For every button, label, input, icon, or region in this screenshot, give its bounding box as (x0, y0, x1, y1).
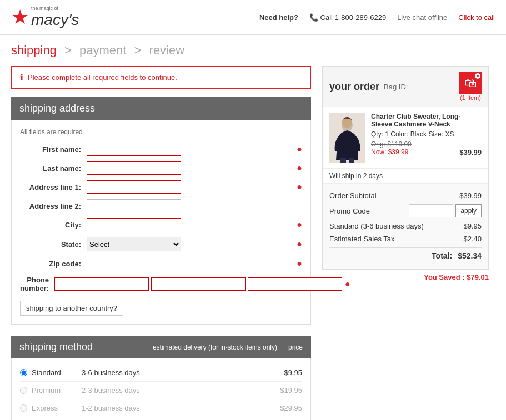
item-now-row: Now: $39.99 $39.99 (371, 148, 482, 156)
last-name-field[interactable] (87, 161, 181, 175)
total-label: Total: (432, 251, 452, 260)
logo: ★ the magic of macy's (11, 6, 79, 29)
city-label: City: (20, 221, 87, 229)
error-banner: ℹ Please complete all required fields to… (11, 66, 311, 89)
city-input-wrap (87, 218, 294, 231)
zip-input-wrap (87, 257, 294, 270)
zip-row: Zip code: ● (20, 257, 302, 270)
country-link[interactable]: shipping to another country? (20, 301, 123, 316)
savings-note: You Saved : $79.01 (322, 270, 489, 285)
method-row-express: Express 1-2 business days $29.95 (20, 399, 302, 417)
shipping-method-section: shipping method estimated delivery (for … (11, 336, 311, 420)
phone-input-wrap (54, 277, 342, 291)
standard-shipping-amount: $9.95 (463, 222, 482, 230)
item-image (329, 113, 365, 163)
shipping-method-meta: estimated delivery (for in-stock items o… (153, 343, 303, 351)
address2-input-wrap (87, 199, 302, 212)
fields-required-note: All fields are required (20, 128, 302, 136)
method-days-premium: 2-3 business days (82, 386, 280, 394)
subtotal-amount: $39.99 (459, 191, 482, 200)
first-name-field[interactable] (87, 143, 181, 156)
city-row: City: ● (20, 218, 302, 231)
tax-row: Estimated Sales Tax $2.40 (329, 232, 482, 245)
promo-label: Promo Code (329, 207, 370, 215)
phone-number: 📞 Call 1-800-289-6229 (309, 13, 386, 22)
right-column: your order Bag ID: 🛍 ★ (1 Item) (322, 66, 489, 420)
bag-icon: 🛍 (464, 76, 477, 90)
order-item: Charter Club Sweater, Long-Sleeve Cashme… (323, 107, 488, 169)
svg-rect-3 (340, 158, 346, 163)
item-now: Now: $39.99 (371, 148, 408, 156)
standard-shipping-row: Standard (3-6 business days) $9.95 (329, 220, 482, 232)
left-column: ℹ Please complete all required fields to… (11, 66, 322, 420)
method-radio-premium[interactable] (20, 387, 27, 394)
phone-row: Phone number: ● (20, 276, 302, 292)
click-to-call-link[interactable]: Click to call (458, 13, 495, 22)
promo-row: Promo Code apply (329, 202, 482, 220)
need-help-label: Need help? (259, 13, 298, 22)
last-name-required-icon: ● (297, 163, 302, 173)
logo-star: ★ (11, 6, 29, 29)
svg-rect-4 (349, 158, 354, 163)
breadcrumb: shipping > payment > review (0, 35, 506, 66)
address1-field[interactable] (87, 180, 181, 194)
apply-promo-button[interactable]: apply (455, 204, 482, 217)
shipping-method-title: shipping method (19, 341, 93, 353)
error-icon: ℹ (20, 72, 23, 83)
address1-row: Address line 1: ● (20, 180, 302, 194)
phone-prefix-field[interactable] (151, 277, 246, 291)
first-name-label: First name: (20, 145, 87, 154)
order-totals: Order Subtotal $39.99 Promo Code apply S… (323, 184, 488, 269)
breadcrumb-review: review (149, 43, 185, 57)
method-price-premium: $19.95 (280, 386, 302, 394)
est-delivery-label: estimated delivery (for in-stock items o… (153, 343, 277, 351)
breadcrumb-sep2: > (134, 43, 142, 57)
subtotal-row: Order Subtotal $39.99 (329, 189, 482, 202)
breadcrumb-sep1: > (64, 43, 72, 57)
breadcrumb-shipping: shipping (11, 43, 57, 57)
method-days-express: 1-2 business days (82, 404, 280, 412)
price-header: price (288, 343, 303, 351)
last-name-row: Last name: ● (20, 161, 302, 175)
promo-code-input[interactable] (409, 204, 453, 217)
address2-field[interactable] (87, 199, 181, 212)
first-name-required-icon: ● (297, 144, 302, 154)
state-row: State: Select ALAKAZAR CACOCTDE FLGAHIID… (20, 237, 302, 251)
shipping-address-form: All fields are required First name: ● La… (11, 120, 311, 325)
first-name-input-wrap (87, 143, 294, 156)
method-price-standard: $9.95 (284, 368, 302, 377)
live-chat-status: Live chat offline (397, 13, 447, 22)
zip-field[interactable] (87, 257, 181, 270)
subtotal-label: Order Subtotal (329, 191, 377, 200)
phone-area-field[interactable] (54, 277, 149, 291)
order-header: your order Bag ID: 🛍 ★ (1 Item) (323, 67, 488, 107)
logo-magic-text: the magic of (31, 6, 79, 11)
zip-label: Zip code: (20, 260, 87, 268)
breadcrumb-payment: payment (79, 43, 126, 57)
method-row-premium: Premium 2-3 business days $19.95 (20, 382, 302, 399)
shipping-method-header: shipping method estimated delivery (for … (11, 336, 311, 358)
tax-label[interactable]: Estimated Sales Tax (329, 235, 395, 243)
method-price-express: $29.95 (280, 404, 302, 412)
header: ★ the magic of macy's Need help? 📞 Call … (0, 0, 506, 35)
item-price: $39.99 (459, 148, 482, 156)
address1-required-icon: ● (297, 182, 302, 192)
promo-input-group: apply (409, 204, 482, 217)
bag-icon-wrap: 🛍 ★ (1 Item) (459, 72, 482, 101)
order-summary-box: your order Bag ID: 🛍 ★ (1 Item) (322, 66, 489, 270)
item-name: Charter Club Sweater, Long-Sleeve Cashme… (371, 113, 482, 128)
method-radio-standard[interactable] (20, 369, 27, 376)
address2-row: Address line 2: (20, 199, 302, 212)
address2-label: Address line 2: (20, 202, 87, 210)
state-label: State: (20, 240, 87, 249)
logo-name-text: macy's (31, 11, 79, 28)
method-radio-express[interactable] (20, 404, 27, 412)
state-select[interactable]: Select ALAKAZAR CACOCTDE FLGAHIID ILINIA… (87, 237, 181, 251)
ship-note: Will ship in 2 days (323, 169, 488, 184)
main-content: ℹ Please complete all required fields to… (0, 66, 506, 420)
city-required-icon: ● (297, 220, 302, 230)
total-amount: $52.34 (458, 251, 482, 260)
error-message: Please complete all required fields to c… (28, 73, 177, 82)
star-badge: ★ (475, 73, 480, 79)
city-field[interactable] (87, 218, 181, 231)
